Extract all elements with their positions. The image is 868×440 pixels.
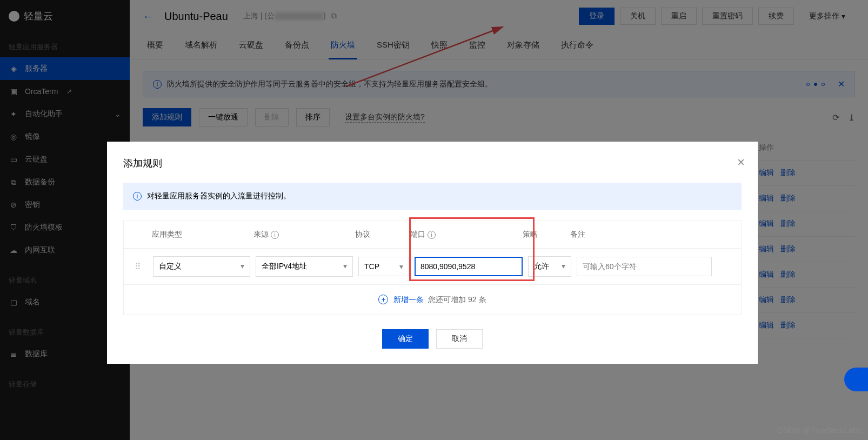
mcol-app: 应用类型 [152,230,249,239]
remain-text: 您还可增加 92 条 [428,295,486,304]
help-icon[interactable]: i [428,231,436,239]
port-input[interactable] [415,257,523,276]
protocol-select[interactable]: TCP [358,257,409,276]
app-type-select[interactable]: 自定义 [153,256,250,277]
cancel-button[interactable]: 取消 [436,329,483,349]
mcol-policy: 策略 [523,230,566,239]
modal-table-header: 应用类型 来源i 协议 端口i 策略 备注 [124,221,741,249]
mcol-port-label: 端口 [410,230,425,238]
add-row-link[interactable]: 新增一条 [393,295,424,304]
confirm-button[interactable]: 确定 [382,329,429,349]
policy-select[interactable]: 允许 [528,256,571,277]
mcol-src: 来源i [253,230,351,239]
close-icon[interactable]: × [737,155,745,170]
add-rule-modal: 添加规则 × i 对轻量应用服务器实例的入流量进行控制。 应用类型 来源i 协议… [107,142,758,364]
modal-title: 添加规则 [123,157,742,170]
mcol-note: 备注 [570,230,705,239]
modal-rule-row: ⠿ 自定义 全部IPv4地址 TCP 允许 [124,249,741,285]
modal-footer: 确定 取消 [123,329,742,349]
plus-icon[interactable]: + [378,295,388,304]
add-row-area: + 新增一条 您还可增加 92 条 [124,285,741,315]
note-input[interactable] [577,257,712,276]
modal-info-text: 对轻量应用服务器实例的入流量进行控制。 [147,191,291,201]
modal-info: i 对轻量应用服务器实例的入流量进行控制。 [123,183,742,210]
watermark: CSDN @TrueTechLabs [777,425,862,435]
mcol-proto: 协议 [355,230,406,239]
info-icon: i [133,192,142,201]
mcol-port: 端口i [410,230,518,239]
help-fab[interactable] [844,368,868,391]
help-icon[interactable]: i [271,231,279,239]
modal-table: 应用类型 来源i 协议 端口i 策略 备注 ⠿ 自定义 全部IPv4地址 TCP… [123,221,742,315]
drag-handle-icon[interactable]: ⠿ [135,262,148,272]
source-select[interactable]: 全部IPv4地址 [256,256,353,277]
mcol-src-label: 来源 [253,230,269,238]
